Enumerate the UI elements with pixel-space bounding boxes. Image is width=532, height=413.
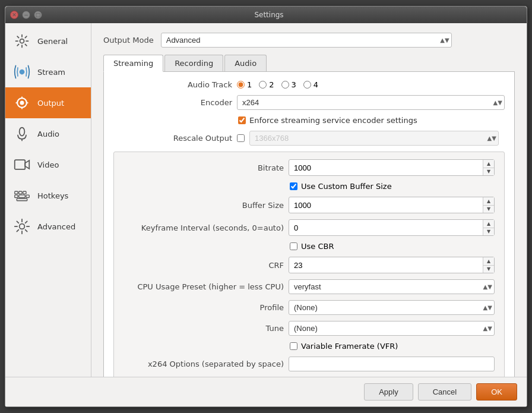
crf-spinbox: 23 ▲ ▼ [289,257,495,273]
cpu-preset-select-wrap: ultrafast superfast veryfast faster fast… [289,279,495,294]
audio-track-1-label: 1 [247,80,252,89]
window-title: Settings [46,11,492,19]
cancel-button[interactable]: Cancel [418,383,471,401]
apply-button[interactable]: Apply [364,383,413,401]
sidebar-item-stream[interactable]: Stream [5,56,91,87]
bitrate-decrement-button[interactable]: ▼ [483,168,494,176]
audio-track-3-item: 3 [281,80,296,89]
crf-input[interactable]: 23 [289,258,483,272]
hotkeys-icon [12,186,31,205]
sidebar-item-video[interactable]: Video [5,149,91,180]
enforce-checkbox-row: Enforce streaming service encoder settin… [113,116,505,125]
svg-rect-8 [19,191,22,194]
keyframe-input[interactable]: 0 [289,221,483,235]
audio-track-4-radio[interactable] [303,81,311,89]
x264-options-row: x264 Options (separated by space) [124,357,495,371]
buffer-size-spinbox: 1000 ▲ ▼ [289,197,495,213]
inner-settings-box: Bitrate 1000 ▲ ▼ [113,152,505,377]
encoder-label: Encoder [113,98,232,107]
audio-track-row: Audio Track 1 2 [113,80,505,89]
bitrate-spinbox: 1000 ▲ ▼ [289,159,495,176]
sidebar-item-output[interactable]: Output [5,87,91,118]
rescale-label: Rescale Output [113,134,232,143]
tune-label: Tune [124,324,284,333]
sidebar-item-hotkeys[interactable]: Hotkeys [5,180,91,211]
tab-streaming-content: Audio Track 1 2 [103,72,515,377]
enforce-label: Enforce streaming service encoder settin… [249,116,417,125]
svg-rect-10 [15,195,18,197]
buffer-decrement-button[interactable]: ▼ [483,206,494,213]
output-mode-label: Output Mode [103,36,154,45]
tune-row: Tune (None) film animation grain stillim… [124,321,495,336]
use-cbr-checkbox[interactable] [290,242,297,250]
titlebar: ✕ − □ Settings [5,7,527,23]
keyframe-spinbox: 0 ▲ ▼ [289,219,495,236]
output-mode-select[interactable]: Simple Advanced [161,33,452,48]
svg-rect-9 [23,191,26,194]
gear-icon [12,31,31,51]
crf-decrement-button[interactable]: ▼ [483,266,494,273]
bitrate-input[interactable]: 1000 [289,161,483,175]
tab-recording[interactable]: Recording [164,55,223,71]
svg-rect-12 [26,195,29,197]
tabs-container: Streaming Recording Audio Audio Track 1 [103,55,515,377]
vfr-checkbox[interactable] [290,342,297,350]
audio-track-1-radio[interactable] [237,81,245,89]
audio-track-1-item: 1 [237,80,252,89]
profile-select-wrap: (None) baseline main high ▲▼ [289,300,495,315]
stream-label: Stream [37,68,65,77]
buffer-size-row: Buffer Size 1000 ▲ ▼ [124,197,495,213]
keyframe-increment-button[interactable]: ▲ [483,220,494,228]
enforce-checkbox[interactable] [238,116,246,124]
tab-streaming[interactable]: Streaming [103,55,163,72]
tune-select[interactable]: (None) film animation grain stillimage f… [289,321,495,336]
svg-rect-7 [15,191,18,194]
settings-window: ✕ − □ Settings General [5,6,527,407]
rescale-select-wrap: 1366x768 ▲▼ [249,131,499,146]
cpu-preset-select[interactable]: ultrafast superfast veryfast faster fast… [289,279,495,294]
sidebar-item-advanced[interactable]: Advanced [5,211,91,242]
vfr-label: Variable Framerate (VFR) [301,342,398,351]
use-cbr-row: Use CBR [124,242,495,251]
close-button[interactable]: ✕ [10,11,18,19]
advanced-label: Advanced [37,222,75,231]
keyframe-spinbox-buttons: ▲ ▼ [483,220,494,235]
audio-track-3-radio[interactable] [281,81,289,89]
svg-point-4 [20,128,25,136]
crf-increment-button[interactable]: ▲ [483,257,494,266]
rescale-row: Rescale Output 1366x768 ▲▼ [113,131,505,146]
svg-rect-13 [17,198,27,201]
profile-select[interactable]: (None) baseline main high [289,300,495,315]
output-mode-row: Output Mode Simple Advanced ▲▼ [103,33,515,48]
encoder-select-wrap: x264 NVENC AMD AMF ▲▼ [237,95,505,110]
custom-buffer-checkbox[interactable] [290,182,297,190]
tune-select-wrap: (None) film animation grain stillimage f… [289,321,495,336]
buffer-increment-button[interactable]: ▲ [483,197,494,206]
sidebar-item-audio[interactable]: Audio [5,118,91,149]
keyframe-row: Keyframe Interval (seconds, 0=auto) 0 ▲ … [124,219,495,236]
rescale-checkbox[interactable] [237,134,245,142]
profile-row: Profile (None) baseline main high ▲▼ [124,300,495,315]
general-label: General [37,37,68,46]
audio-track-2-item: 2 [259,80,274,89]
svg-point-0 [20,39,24,43]
minimize-button[interactable]: − [22,11,30,19]
ok-button[interactable]: OK [476,383,517,401]
svg-rect-6 [15,160,26,169]
keyframe-decrement-button[interactable]: ▼ [483,228,494,236]
maximize-button[interactable]: □ [34,11,42,19]
svg-point-3 [20,101,24,105]
stream-icon [12,62,31,81]
x264-options-input[interactable] [289,357,495,371]
tab-audio[interactable]: Audio [224,55,267,71]
bitrate-label: Bitrate [124,163,284,172]
buffer-size-input[interactable]: 1000 [289,198,483,212]
crf-row: CRF 23 ▲ ▼ [124,257,495,273]
audio-icon [12,124,31,143]
sidebar-item-general[interactable]: General [5,26,91,56]
bitrate-increment-button[interactable]: ▲ [483,160,494,168]
rescale-select[interactable]: 1366x768 [249,131,499,146]
audio-track-2-radio[interactable] [259,81,267,89]
keyframe-label: Keyframe Interval (seconds, 0=auto) [124,223,284,232]
encoder-select[interactable]: x264 NVENC AMD AMF [237,95,505,110]
